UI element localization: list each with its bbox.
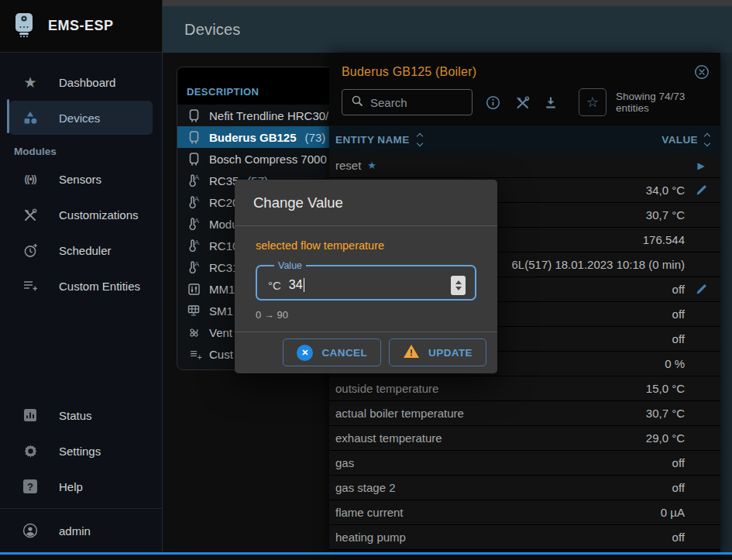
device-name: SM1 (209, 304, 233, 318)
sidebar-header: EMS-ESP (0, 0, 162, 53)
value-input[interactable]: Value °C 34 (256, 260, 476, 301)
entity-row[interactable]: heating pump off (329, 525, 720, 550)
mixer-icon (187, 283, 201, 295)
sidebar-item-label: Customizations (59, 208, 139, 222)
entity-row[interactable]: actual boiler temperature 30,7 °C (329, 401, 720, 426)
bottom-accent-bar (0, 552, 732, 555)
entity-value: 15,0 °C (646, 382, 685, 395)
cancel-x-icon: ✕ (297, 345, 313, 361)
sidebar-item-sensors[interactable]: ((•)) Sensors (9, 162, 153, 196)
sidebar-item-label: Help (59, 480, 83, 493)
sidebar-item-status[interactable]: Status (9, 398, 153, 432)
solar-panel-icon (187, 305, 201, 316)
close-icon[interactable] (694, 64, 710, 80)
stepper-down-icon[interactable] (455, 287, 462, 290)
entity-row[interactable]: gas stage 2 off (329, 476, 720, 500)
sidebar-item-label: Dashboard (59, 76, 115, 89)
value-range-hint: 0 → 90 (256, 309, 476, 321)
boiler-icon (187, 109, 201, 122)
play-icon[interactable]: ▶ (691, 161, 711, 170)
sidebar-scrollbar-thumb[interactable] (7, 99, 9, 133)
sensors-icon: ((•)) (22, 173, 39, 184)
stepper-up-icon[interactable] (455, 280, 462, 284)
dialog-entity-name: selected flow temperature (256, 239, 476, 252)
entity-value: 0 µA (661, 506, 685, 519)
sidebar-item-label: Status (59, 409, 92, 422)
device-name: Buderus GB125 (209, 131, 297, 144)
entity-row[interactable]: flame current 0 µA (329, 500, 720, 525)
entity-row[interactable]: reset ★ ▶ (329, 153, 720, 178)
bar-chart-icon (22, 408, 39, 422)
tools-icon[interactable] (515, 96, 530, 109)
value-text: 34 (289, 278, 303, 292)
entity-row[interactable]: exhaust temperature 29,0 °C (329, 426, 720, 451)
sidebar-item-label: Sensors (59, 173, 101, 186)
device-name: Vent (209, 326, 232, 339)
pencil-icon[interactable] (691, 184, 711, 196)
fan-icon (187, 327, 201, 338)
entity-name: outside temperature (335, 382, 438, 395)
column-header-value[interactable]: VALUE (662, 132, 710, 147)
right-margin-strip (720, 53, 732, 552)
sidebar: EMS-ESP ★ Dashboard Devices Modules ((•)… (0, 0, 163, 552)
device-entity-count: (73) (305, 131, 326, 144)
username-label: admin (59, 524, 91, 538)
sidebar-item-help[interactable]: ? Help (9, 469, 153, 503)
device-name: MM1 (209, 283, 235, 296)
number-stepper[interactable] (451, 276, 466, 295)
sidebar-item-dashboard[interactable]: ★ Dashboard (9, 65, 153, 99)
sidebar-item-label: Scheduler (59, 244, 112, 257)
device-name: Nefit Trendline HRC30/ (209, 109, 328, 122)
boiler-icon (187, 131, 201, 144)
update-button[interactable]: UPDATE (389, 338, 486, 366)
app-name: EMS-ESP (48, 18, 114, 34)
column-header-entity-name[interactable]: ENTITY NAME (335, 132, 662, 147)
sidebar-item-admin[interactable]: admin (9, 514, 153, 548)
boiler-icon (187, 153, 201, 166)
search-input[interactable] (370, 96, 463, 109)
gear-icon (22, 444, 39, 459)
search-input-box[interactable] (342, 89, 473, 115)
sidebar-item-custom-entities[interactable]: Custom Entities (9, 269, 153, 303)
star-outline-icon[interactable]: ☆ (579, 88, 607, 116)
download-icon[interactable] (545, 96, 557, 109)
entity-value: 29,0 °C (646, 431, 685, 445)
entity-table-header: ENTITY NAME VALUE (329, 125, 720, 153)
warning-triangle-icon (403, 344, 420, 361)
sidebar-item-settings[interactable]: Settings (9, 434, 153, 468)
text-caret (304, 278, 305, 292)
modules-section-label: Modules (0, 136, 162, 160)
schedule-add-icon (22, 243, 39, 258)
shapes-icon (22, 111, 39, 125)
info-icon[interactable] (486, 95, 500, 110)
entity-value: 0 % (665, 357, 685, 370)
search-icon (351, 94, 363, 110)
entity-row[interactable]: outside temperature 15,0 °C (329, 376, 720, 401)
sidebar-item-scheduler[interactable]: Scheduler (9, 233, 153, 267)
sidebar-item-devices[interactable]: Devices (9, 101, 153, 135)
device-name: Modu (209, 218, 239, 231)
value-field-label: Value (274, 260, 306, 271)
pencil-icon[interactable] (691, 283, 711, 295)
showing-entities-text: Showing 74/73 entities (616, 91, 710, 114)
entity-value: off (672, 307, 685, 321)
sidebar-item-customizations[interactable]: Customizations (9, 198, 153, 232)
tools-icon (22, 208, 39, 222)
entity-name: actual boiler temperature (335, 407, 464, 420)
entity-value: off (672, 481, 685, 494)
change-value-dialog: Change Value selected flow temperature V… (235, 180, 497, 373)
thermostat-icon: A (187, 239, 201, 252)
entity-value: 30,7 °C (646, 208, 685, 222)
playlist-add-icon: ≡+ (187, 348, 201, 360)
device-name: Cust (209, 348, 233, 361)
entity-row[interactable]: gas off (329, 451, 720, 476)
thermostat-icon: A (187, 196, 201, 208)
cancel-button[interactable]: ✕ CANCEL (283, 338, 381, 366)
page-title: Devices (184, 21, 241, 39)
entity-name: gas stage 2 (335, 481, 396, 494)
sidebar-item-label: Devices (59, 112, 100, 125)
ems-esp-logo-icon (12, 12, 36, 41)
favorite-star-icon: ★ (367, 160, 376, 171)
entity-value: off (672, 332, 685, 345)
sort-icon (705, 132, 710, 147)
